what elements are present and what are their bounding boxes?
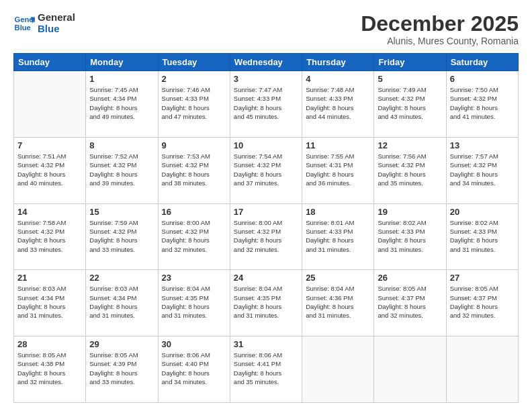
day-info: Sunrise: 8:00 AMSunset: 4:32 PMDaylight:… bbox=[162, 218, 226, 254]
day-number: 29 bbox=[89, 339, 154, 349]
calendar-table: SundayMondayTuesdayWednesdayThursdayFrid… bbox=[13, 53, 519, 403]
main-title: December 2025 bbox=[361, 12, 519, 36]
day-info: Sunrise: 7:50 AMSunset: 4:32 PMDaylight:… bbox=[450, 85, 515, 121]
day-number: 9 bbox=[162, 140, 226, 150]
weekday-header-wednesday: Wednesday bbox=[230, 54, 302, 71]
weekday-header-friday: Friday bbox=[374, 54, 446, 71]
week-row-5: 28Sunrise: 8:05 AMSunset: 4:38 PMDayligh… bbox=[14, 336, 519, 403]
calendar-cell: 11Sunrise: 7:55 AMSunset: 4:31 PMDayligh… bbox=[302, 137, 374, 203]
calendar-cell: 30Sunrise: 8:06 AMSunset: 4:40 PMDayligh… bbox=[158, 336, 230, 403]
calendar-cell bbox=[14, 71, 86, 138]
logo: General Blue General Blue bbox=[13, 12, 75, 34]
calendar-cell bbox=[374, 336, 446, 403]
day-info: Sunrise: 7:57 AMSunset: 4:32 PMDaylight:… bbox=[450, 152, 515, 187]
day-info: Sunrise: 8:02 AMSunset: 4:33 PMDaylight:… bbox=[378, 218, 442, 254]
week-row-4: 21Sunrise: 8:03 AMSunset: 4:34 PMDayligh… bbox=[14, 270, 519, 336]
day-info: Sunrise: 7:53 AMSunset: 4:32 PMDaylight:… bbox=[162, 152, 226, 187]
day-info: Sunrise: 8:06 AMSunset: 4:40 PMDaylight:… bbox=[162, 351, 226, 386]
day-number: 12 bbox=[378, 140, 442, 150]
day-number: 21 bbox=[17, 273, 82, 283]
subtitle: Alunis, Mures County, Romania bbox=[361, 36, 519, 46]
day-number: 2 bbox=[162, 74, 226, 84]
day-number: 28 bbox=[17, 339, 82, 349]
day-number: 4 bbox=[306, 74, 370, 84]
day-number: 24 bbox=[234, 273, 298, 283]
calendar-cell: 9Sunrise: 7:53 AMSunset: 4:32 PMDaylight… bbox=[158, 137, 230, 203]
calendar-cell: 15Sunrise: 7:59 AMSunset: 4:32 PMDayligh… bbox=[86, 203, 158, 270]
calendar-cell: 4Sunrise: 7:48 AMSunset: 4:33 PMDaylight… bbox=[302, 71, 374, 138]
day-number: 10 bbox=[234, 140, 298, 150]
calendar-cell: 7Sunrise: 7:51 AMSunset: 4:32 PMDaylight… bbox=[14, 137, 86, 203]
weekday-header-saturday: Saturday bbox=[446, 54, 518, 71]
weekday-header-tuesday: Tuesday bbox=[158, 54, 230, 71]
day-info: Sunrise: 7:48 AMSunset: 4:33 PMDaylight:… bbox=[306, 85, 370, 121]
day-info: Sunrise: 8:06 AMSunset: 4:41 PMDaylight:… bbox=[234, 351, 298, 386]
calendar-cell: 2Sunrise: 7:46 AMSunset: 4:33 PMDaylight… bbox=[158, 71, 230, 138]
day-number: 30 bbox=[162, 339, 226, 349]
day-number: 6 bbox=[450, 74, 515, 84]
day-number: 23 bbox=[162, 273, 226, 283]
day-number: 1 bbox=[89, 74, 154, 84]
page: General Blue General Blue December 2025 … bbox=[0, 0, 532, 411]
calendar-cell: 10Sunrise: 7:54 AMSunset: 4:32 PMDayligh… bbox=[230, 137, 302, 203]
svg-text:Blue: Blue bbox=[15, 23, 31, 31]
week-row-1: 1Sunrise: 7:45 AMSunset: 4:34 PMDaylight… bbox=[14, 71, 519, 138]
calendar-cell: 31Sunrise: 8:06 AMSunset: 4:41 PMDayligh… bbox=[230, 336, 302, 403]
day-info: Sunrise: 7:49 AMSunset: 4:32 PMDaylight:… bbox=[378, 85, 442, 121]
calendar-cell: 18Sunrise: 8:01 AMSunset: 4:33 PMDayligh… bbox=[302, 203, 374, 270]
day-number: 5 bbox=[378, 74, 442, 84]
day-info: Sunrise: 8:02 AMSunset: 4:33 PMDaylight:… bbox=[450, 218, 515, 254]
calendar-cell: 3Sunrise: 7:47 AMSunset: 4:33 PMDaylight… bbox=[230, 71, 302, 138]
day-number: 22 bbox=[89, 273, 154, 283]
day-info: Sunrise: 7:59 AMSunset: 4:32 PMDaylight:… bbox=[89, 218, 154, 254]
day-info: Sunrise: 8:05 AMSunset: 4:37 PMDaylight:… bbox=[378, 284, 442, 320]
calendar-cell: 25Sunrise: 8:04 AMSunset: 4:36 PMDayligh… bbox=[302, 270, 374, 336]
day-info: Sunrise: 8:05 AMSunset: 4:38 PMDaylight:… bbox=[17, 351, 82, 386]
day-info: Sunrise: 8:04 AMSunset: 4:36 PMDaylight:… bbox=[306, 284, 370, 320]
day-number: 25 bbox=[306, 273, 370, 283]
day-info: Sunrise: 7:58 AMSunset: 4:32 PMDaylight:… bbox=[17, 218, 82, 254]
calendar-cell: 26Sunrise: 8:05 AMSunset: 4:37 PMDayligh… bbox=[374, 270, 446, 336]
day-number: 3 bbox=[234, 74, 298, 84]
day-info: Sunrise: 8:03 AMSunset: 4:34 PMDaylight:… bbox=[89, 284, 154, 320]
day-number: 11 bbox=[306, 140, 370, 150]
day-number: 31 bbox=[234, 339, 298, 349]
weekday-header-monday: Monday bbox=[86, 54, 158, 71]
logo-line1: General bbox=[38, 12, 75, 24]
day-number: 14 bbox=[17, 207, 82, 217]
day-info: Sunrise: 8:04 AMSunset: 4:35 PMDaylight:… bbox=[234, 284, 298, 320]
calendar-cell: 23Sunrise: 8:04 AMSunset: 4:35 PMDayligh… bbox=[158, 270, 230, 336]
calendar-cell: 14Sunrise: 7:58 AMSunset: 4:32 PMDayligh… bbox=[14, 203, 86, 270]
day-number: 18 bbox=[306, 207, 370, 217]
calendar-cell: 28Sunrise: 8:05 AMSunset: 4:38 PMDayligh… bbox=[14, 336, 86, 403]
day-info: Sunrise: 7:51 AMSunset: 4:32 PMDaylight:… bbox=[17, 152, 82, 187]
day-number: 15 bbox=[89, 207, 154, 217]
calendar-cell: 22Sunrise: 8:03 AMSunset: 4:34 PMDayligh… bbox=[86, 270, 158, 336]
calendar-cell: 12Sunrise: 7:56 AMSunset: 4:32 PMDayligh… bbox=[374, 137, 446, 203]
day-number: 20 bbox=[450, 207, 515, 217]
day-info: Sunrise: 7:46 AMSunset: 4:33 PMDaylight:… bbox=[162, 85, 226, 121]
weekday-header-sunday: Sunday bbox=[14, 54, 86, 71]
calendar-cell: 21Sunrise: 8:03 AMSunset: 4:34 PMDayligh… bbox=[14, 270, 86, 336]
calendar-cell: 8Sunrise: 7:52 AMSunset: 4:32 PMDaylight… bbox=[86, 137, 158, 203]
calendar-cell: 27Sunrise: 8:05 AMSunset: 4:37 PMDayligh… bbox=[446, 270, 518, 336]
logo-icon: General Blue bbox=[13, 13, 35, 34]
calendar-cell: 5Sunrise: 7:49 AMSunset: 4:32 PMDaylight… bbox=[374, 71, 446, 138]
calendar-cell: 17Sunrise: 8:00 AMSunset: 4:32 PMDayligh… bbox=[230, 203, 302, 270]
day-info: Sunrise: 8:05 AMSunset: 4:37 PMDaylight:… bbox=[450, 284, 515, 320]
calendar-cell: 6Sunrise: 7:50 AMSunset: 4:32 PMDaylight… bbox=[446, 71, 518, 138]
day-info: Sunrise: 8:01 AMSunset: 4:33 PMDaylight:… bbox=[306, 218, 370, 254]
day-info: Sunrise: 8:05 AMSunset: 4:39 PMDaylight:… bbox=[89, 351, 154, 386]
day-info: Sunrise: 8:03 AMSunset: 4:34 PMDaylight:… bbox=[17, 284, 82, 320]
header: General Blue General Blue December 2025 … bbox=[13, 12, 519, 46]
day-number: 17 bbox=[234, 207, 298, 217]
day-number: 7 bbox=[17, 140, 82, 150]
day-info: Sunrise: 7:47 AMSunset: 4:33 PMDaylight:… bbox=[234, 85, 298, 121]
logo-line2: Blue bbox=[38, 24, 75, 35]
calendar-cell: 24Sunrise: 8:04 AMSunset: 4:35 PMDayligh… bbox=[230, 270, 302, 336]
weekday-header-thursday: Thursday bbox=[302, 54, 374, 71]
calendar-cell: 19Sunrise: 8:02 AMSunset: 4:33 PMDayligh… bbox=[374, 203, 446, 270]
calendar-cell: 16Sunrise: 8:00 AMSunset: 4:32 PMDayligh… bbox=[158, 203, 230, 270]
day-info: Sunrise: 7:56 AMSunset: 4:32 PMDaylight:… bbox=[378, 152, 442, 187]
calendar-cell: 1Sunrise: 7:45 AMSunset: 4:34 PMDaylight… bbox=[86, 71, 158, 138]
